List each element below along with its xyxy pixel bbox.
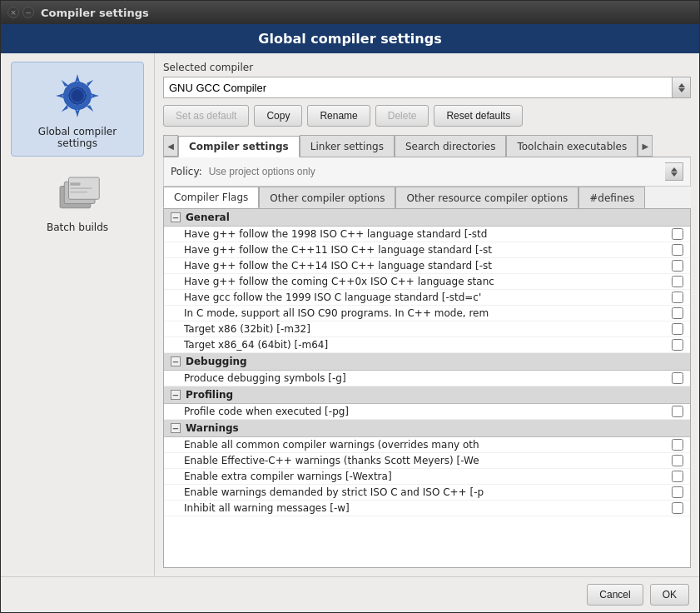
policy-arrows[interactable] xyxy=(665,162,683,181)
flag-row: Inhibit all warning messages [-w] xyxy=(164,501,690,516)
flag-checkbox[interactable] xyxy=(672,406,683,417)
flag-row: Have g++ follow the coming C++0x ISO C++… xyxy=(164,274,690,290)
compiler-select-row xyxy=(163,77,691,98)
section-header-warnings: − Warnings xyxy=(164,420,690,437)
section-header-general: − General xyxy=(164,209,690,227)
subtabs-row: Compiler Flags Other compiler options Ot… xyxy=(163,187,691,209)
flag-row: Have g++ follow the C++14 ISO C++ langua… xyxy=(164,258,690,274)
flag-checkbox[interactable] xyxy=(672,260,683,272)
tab-search-directories[interactable]: Search directories xyxy=(395,135,507,157)
tab-linker-settings[interactable]: Linker settings xyxy=(300,135,395,157)
cancel-button[interactable]: Cancel xyxy=(587,584,643,606)
sidebar-item-batch[interactable]: Batch builds xyxy=(11,165,144,240)
sidebar: Global compiler settings Batch builds xyxy=(1,53,155,576)
gear-icon xyxy=(51,69,104,122)
flag-row: Target x86 (32bit) [-m32] xyxy=(164,321,690,337)
flag-text: In C mode, support all ISO C90 programs.… xyxy=(184,307,672,319)
flag-row: Target x86_64 (64bit) [-m64] xyxy=(164,337,690,353)
flag-text: Have gcc follow the 1999 ISO C language … xyxy=(184,292,672,303)
flag-text: Enable all common compiler warnings (ove… xyxy=(184,439,672,451)
flags-panel: − General Have g++ follow the 1998 ISO C… xyxy=(163,209,691,568)
flag-checkbox[interactable] xyxy=(672,471,683,482)
flag-text: Produce debugging symbols [-g] xyxy=(184,372,672,384)
flag-checkbox[interactable] xyxy=(672,339,683,351)
flag-row: Enable all common compiler warnings (ove… xyxy=(164,437,690,453)
titlebar: × − Compiler settings xyxy=(1,1,699,24)
collapse-btn-profiling[interactable]: − xyxy=(171,390,181,400)
flag-checkbox[interactable] xyxy=(672,439,683,451)
header-title: Global compiler settings xyxy=(258,31,441,47)
window-title: Compiler settings xyxy=(41,7,693,19)
flag-text: Have g++ follow the 1998 ISO C++ languag… xyxy=(184,228,672,240)
svg-marker-4 xyxy=(76,111,79,117)
flag-row: Have g++ follow the 1998 ISO C++ languag… xyxy=(164,227,690,242)
flag-checkbox[interactable] xyxy=(672,244,683,256)
flag-row: Profile code when executed [-pg] xyxy=(164,404,690,420)
flag-row: Have gcc follow the 1999 ISO C language … xyxy=(164,290,690,306)
delete-button[interactable]: Delete xyxy=(375,105,429,127)
flag-checkbox[interactable] xyxy=(672,307,683,319)
svg-marker-5 xyxy=(56,94,62,97)
svg-rect-17 xyxy=(70,187,92,189)
flag-row: Produce debugging symbols [-g] xyxy=(164,371,690,386)
subtab-other-compiler-options[interactable]: Other compiler options xyxy=(259,187,395,208)
section-label-general: General xyxy=(186,212,230,223)
reset-defaults-button[interactable]: Reset defaults xyxy=(434,105,523,127)
collapse-btn-general[interactable]: − xyxy=(171,212,181,222)
flag-text: Enable extra compiler warnings [-Wextra] xyxy=(184,471,672,482)
tab-nav-left[interactable]: ◀ xyxy=(163,135,178,157)
flag-row: Enable warnings demanded by strict ISO C… xyxy=(164,485,690,501)
flag-checkbox[interactable] xyxy=(672,372,683,384)
flag-checkbox[interactable] xyxy=(672,455,683,466)
flag-text: Have g++ follow the coming C++0x ISO C++… xyxy=(184,276,672,287)
collapse-btn-warnings[interactable]: − xyxy=(171,423,181,433)
tab-toolchain-executables[interactable]: Toolchain executables xyxy=(506,135,638,157)
compiler-select-input[interactable] xyxy=(163,77,673,98)
window-controls: × − xyxy=(7,7,34,18)
policy-input[interactable] xyxy=(209,162,665,181)
sidebar-label-global: Global compiler settings xyxy=(18,126,137,149)
rename-button[interactable]: Rename xyxy=(307,105,370,127)
section-label-profiling: Profiling xyxy=(186,389,233,401)
sidebar-item-global[interactable]: Global compiler settings xyxy=(11,62,144,157)
flag-text: Inhibit all warning messages [-w] xyxy=(184,502,672,514)
tab-nav-right[interactable]: ▶ xyxy=(638,135,653,157)
svg-marker-6 xyxy=(92,94,99,97)
subtab-compiler-flags[interactable]: Compiler Flags xyxy=(163,187,259,208)
dialog-header: Global compiler settings xyxy=(1,24,699,53)
minimize-button[interactable]: − xyxy=(22,7,34,18)
subtab-other-resource-compiler-options[interactable]: Other resource compiler options xyxy=(395,187,578,208)
flag-row: In C mode, support all ISO C90 programs.… xyxy=(164,306,690,321)
set-default-button[interactable]: Set as default xyxy=(163,105,249,127)
collapse-btn-debugging[interactable]: − xyxy=(171,356,181,366)
policy-arrow-up-icon xyxy=(671,167,678,172)
main-panel: Selected compiler Set as default Copy Re… xyxy=(155,53,699,576)
flag-checkbox[interactable] xyxy=(672,502,683,514)
bottom-bar: Cancel OK xyxy=(1,576,699,612)
copy-button[interactable]: Copy xyxy=(254,105,302,127)
svg-point-12 xyxy=(72,91,82,101)
flag-checkbox[interactable] xyxy=(672,486,683,498)
policy-row: Policy: xyxy=(163,157,691,187)
sidebar-label-batch: Batch builds xyxy=(47,222,108,233)
flag-text: Have g++ follow the C++11 ISO C++ langua… xyxy=(184,244,672,256)
ok-button[interactable]: OK xyxy=(650,584,689,606)
flag-checkbox[interactable] xyxy=(672,228,683,240)
tab-compiler-settings[interactable]: Compiler settings xyxy=(178,136,300,157)
section-header-profiling: − Profiling xyxy=(164,386,690,404)
tabs-row: ◀ Compiler settings Linker settings Sear… xyxy=(163,135,691,157)
flag-text: Enable Effective-C++ warnings (thanks Sc… xyxy=(184,455,672,466)
flag-row: Have g++ follow the C++11 ISO C++ langua… xyxy=(164,242,690,258)
flag-checkbox[interactable] xyxy=(672,292,683,303)
flag-checkbox[interactable] xyxy=(672,276,683,287)
flag-checkbox[interactable] xyxy=(672,323,683,335)
subtab-defines[interactable]: #defines xyxy=(578,187,645,208)
close-button[interactable]: × xyxy=(7,7,19,18)
selected-compiler-label: Selected compiler xyxy=(163,62,691,73)
svg-marker-3 xyxy=(76,74,79,81)
flag-text: Target x86 (32bit) [-m32] xyxy=(184,323,672,335)
arrow-up-icon xyxy=(678,83,685,87)
compiler-select-arrows[interactable] xyxy=(673,77,691,98)
svg-rect-16 xyxy=(70,182,80,186)
svg-rect-18 xyxy=(70,192,87,193)
